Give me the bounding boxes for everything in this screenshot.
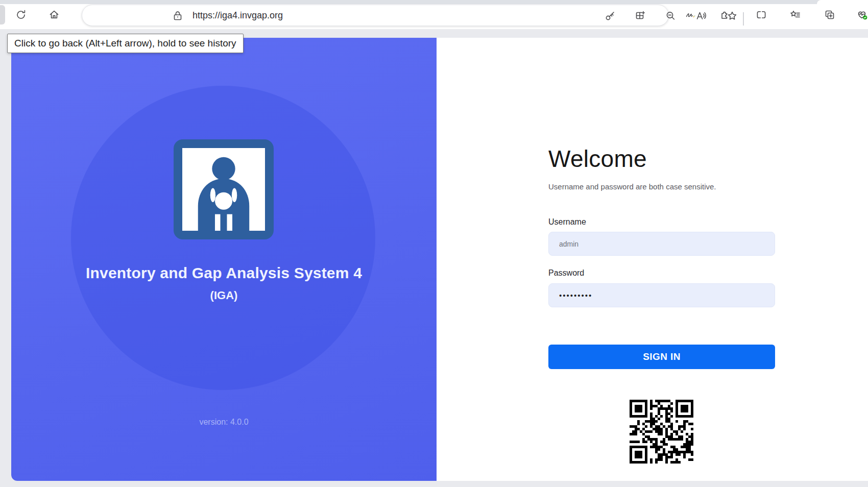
back-button-tooltip: Click to go back (Alt+Left arrow), hold …	[7, 34, 244, 53]
url-text: https://iga4.invgap.org	[192, 5, 283, 26]
case-sensitive-note: Username and password are both case sens…	[548, 182, 716, 191]
app-version: version: 4.0.0	[11, 418, 437, 427]
password-manager-button[interactable]	[604, 10, 616, 22]
lock-icon	[172, 10, 184, 22]
browser-toolbar: https://iga4.invgap.org	[0, 4, 868, 29]
extension-shortcut-button[interactable]	[685, 9, 697, 21]
zoom-out-icon	[664, 10, 677, 22]
home-icon	[48, 9, 60, 21]
refresh-icon	[15, 9, 27, 21]
refresh-button[interactable]	[15, 9, 27, 21]
browser-essentials-button[interactable]	[856, 9, 868, 21]
welcome-heading: Welcome	[548, 145, 647, 173]
toolbar-divider	[743, 12, 744, 26]
heart-pulse-icon	[856, 9, 868, 21]
extensions-button[interactable]	[719, 9, 731, 21]
favorites-list-button[interactable]	[789, 9, 802, 21]
app-logo	[174, 139, 274, 239]
collections-button[interactable]	[824, 9, 836, 21]
signature-extension-icon	[685, 9, 697, 21]
favorites-list-icon	[789, 9, 802, 21]
workspaces-button[interactable]	[634, 10, 646, 22]
split-screen-button[interactable]	[755, 9, 767, 21]
password-input[interactable]	[548, 283, 775, 307]
tab-strip	[0, 0, 868, 4]
home-button[interactable]	[48, 9, 60, 21]
sign-in-button[interactable]: SIGN IN	[548, 345, 775, 369]
tab-strip-highlight	[817, 0, 868, 4]
key-icon	[604, 10, 616, 22]
qr-code	[628, 398, 696, 466]
puzzle-icon	[719, 9, 731, 21]
zoom-out-button[interactable]	[664, 10, 677, 22]
username-label: Username	[548, 217, 586, 227]
apps-grid-plus-icon	[634, 10, 646, 22]
page-background: Inventory and Gap Analysis System 4 (IGA…	[0, 38, 868, 487]
login-page-card: Inventory and Gap Analysis System 4 (IGA…	[11, 38, 868, 481]
username-input[interactable]	[548, 232, 775, 256]
app-title: Inventory and Gap Analysis System 4	[11, 264, 437, 282]
brand-panel: Inventory and Gap Analysis System 4 (IGA…	[11, 38, 437, 481]
address-bar[interactable]: https://iga4.invgap.org	[82, 5, 669, 26]
browser-window: https://iga4.invgap.org	[0, 0, 868, 487]
password-label: Password	[548, 269, 584, 278]
app-abbreviation: (IGA)	[11, 289, 437, 302]
collections-add-icon	[824, 9, 836, 21]
parent-child-icon	[182, 148, 265, 231]
split-screen-icon	[755, 9, 767, 21]
window-edge	[0, 5, 5, 25]
